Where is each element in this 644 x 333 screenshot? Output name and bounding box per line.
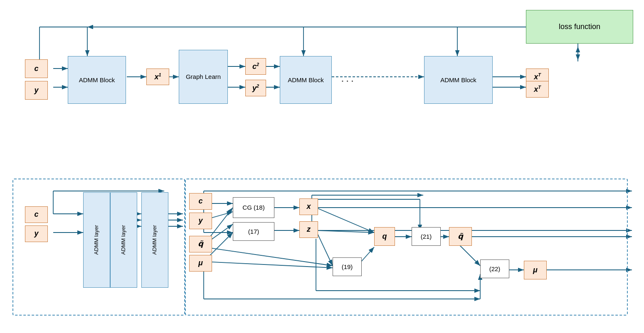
q-tilde-out-box: q̃ <box>449 227 472 246</box>
x-box: x <box>299 198 318 215</box>
y2-label: y2 <box>252 83 259 93</box>
y-box-bottom-right: y <box>189 213 212 229</box>
eq17-box: (17) <box>233 222 274 241</box>
admm-block-1: ADMM Block <box>68 56 126 104</box>
loss-function-box: loss function <box>526 10 633 44</box>
y2-box: y2 <box>245 80 266 96</box>
cg-18-box: CG (18) <box>233 197 274 218</box>
mu-in-label: μ <box>198 258 203 268</box>
graph-learn-label: Graph Learn <box>186 73 221 81</box>
x1-label: x1 <box>154 72 161 82</box>
cg-18-label: CG (18) <box>242 203 264 212</box>
diagram-container: loss function c y ADMM Block x1 Graph Le… <box>0 0 644 333</box>
eq21-label: (21) <box>421 233 432 241</box>
y-label-bottom-left: y <box>34 229 38 238</box>
admm-block-2: ADMM Block <box>280 56 332 104</box>
eq22-box: (22) <box>480 260 509 278</box>
c2-label: c2 <box>252 61 259 71</box>
admm-layer-3-label: ADMM layer <box>151 225 158 255</box>
admm-layer-3: ADMM layer <box>141 192 168 288</box>
loss-function-label: loss function <box>559 22 600 32</box>
admm-layer-1: ADMM layer <box>83 192 110 288</box>
q-tilde-out-label: q̃ <box>458 232 463 241</box>
admm-layer-1-label: ADMM layer <box>93 225 100 255</box>
x1-box: x1 <box>146 69 169 85</box>
c-label-bottom-right: c <box>198 196 202 206</box>
dots-separator: ··· <box>341 74 355 87</box>
c-box-bottom-right: c <box>189 193 212 210</box>
y-box-bottom-left: y <box>25 225 48 242</box>
c-box-top: c <box>25 59 48 78</box>
c-label-bottom-left: c <box>34 210 38 219</box>
admm-block-1-label: ADMM Block <box>79 76 115 84</box>
c-label-top: c <box>34 64 38 73</box>
q-tilde-in-box: q̃ <box>189 236 212 252</box>
q-label: q <box>382 232 387 241</box>
eq22-label: (22) <box>489 265 501 273</box>
xT-out-label: xT <box>534 72 541 82</box>
graph-learn-box: Graph Learn <box>179 50 228 104</box>
mu-out-label: μ <box>533 265 538 275</box>
eq21-box: (21) <box>412 227 441 246</box>
z-label: z <box>307 225 311 234</box>
admm-layer-2-label: ADMM layer <box>120 225 127 255</box>
admm-block-3-label: ADMM Block <box>440 76 476 84</box>
eq19-label: (19) <box>342 263 353 271</box>
y-box-top: y <box>25 81 48 100</box>
admm-block-3: ADMM Block <box>424 56 493 104</box>
z-box: z <box>299 221 318 238</box>
y-label-top: y <box>34 86 38 95</box>
xT-label: xT <box>534 84 541 94</box>
q-box: q <box>374 227 395 246</box>
q-tilde-in-label: q̃ <box>198 239 203 249</box>
c2-box: c2 <box>245 58 266 75</box>
xT-box: xT <box>526 81 549 98</box>
mu-out-box: μ <box>524 261 547 279</box>
admm-layer-2: ADMM layer <box>110 192 137 288</box>
eq19-box: (19) <box>333 257 362 276</box>
mu-in-box: μ <box>189 255 212 272</box>
y-label-bottom-right: y <box>198 216 202 225</box>
eq17-label: (17) <box>248 228 259 236</box>
admm-block-2-label: ADMM Block <box>288 76 324 84</box>
c-box-bottom-left: c <box>25 206 48 223</box>
x-label: x <box>306 202 311 211</box>
